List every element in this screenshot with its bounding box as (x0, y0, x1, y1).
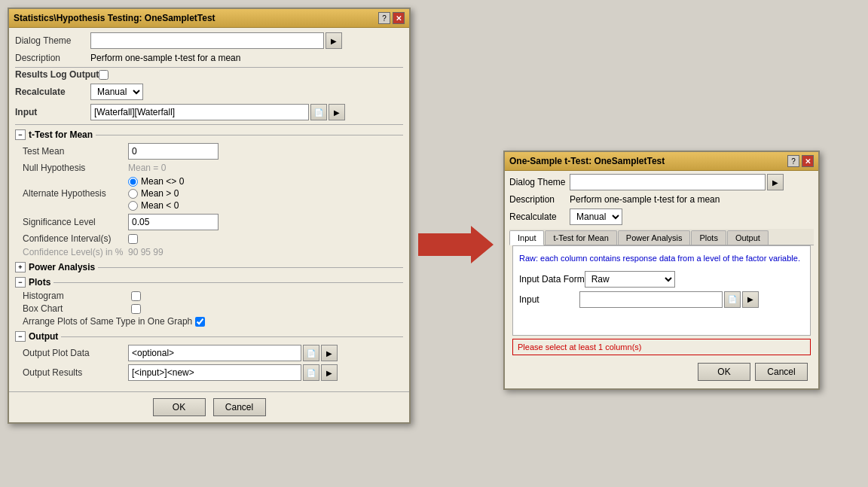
right-ok-button[interactable]: OK (698, 363, 750, 381)
plots-line (53, 282, 403, 283)
conf-interval-row: Confidence Interval(s) (23, 233, 403, 244)
t-test-toggle[interactable]: − (15, 129, 26, 140)
left-ok-button[interactable]: OK (153, 398, 206, 416)
arrange-plots-row: Arrange Plots of Same Type in One Graph (23, 316, 403, 327)
output-content: Output Plot Data 📄 ▶ Output Results 📄 ▶ (15, 345, 403, 381)
left-dialog-content: Dialog Theme ▶ Description Perform one-s… (9, 28, 409, 388)
recalculate-label: Recalculate (15, 87, 90, 97)
box-chart-checkbox[interactable] (131, 304, 141, 314)
alt-hypothesis-row: Alternate Hypothesis Mean <> 0 Mean > 0 … (23, 176, 403, 211)
right-dialog-content: Dialog Theme ▶ Description Perform one-s… (505, 171, 818, 388)
sig-level-label: Significance Level (23, 217, 128, 227)
alt-hyp-radio-2[interactable] (128, 189, 138, 199)
tab-power-analysis[interactable]: Power Analysis (618, 230, 691, 245)
dialog-theme-row: Dialog Theme ▶ (15, 32, 403, 49)
right-recalculate-select[interactable]: Manual Auto (570, 208, 622, 225)
output-results-input[interactable] (128, 364, 301, 381)
input-browse-btn[interactable]: 📄 (310, 104, 327, 120)
left-cancel-button[interactable]: Cancel (213, 398, 266, 416)
output-plot-label: Output Plot Data (23, 348, 128, 358)
output-plot-input[interactable] (128, 345, 301, 361)
null-hypothesis-value: Mean = 0 (128, 163, 166, 173)
plots-toggle[interactable]: − (15, 277, 26, 288)
description-label: Description (15, 53, 90, 63)
conf-interval-label: Confidence Interval(s) (23, 233, 128, 244)
conf-level-row: Confidence Level(s) in % 90 95 99 (23, 247, 403, 257)
input-data-form-select[interactable]: Raw Summarized (585, 271, 675, 288)
results-log-label: Results Log Output (15, 69, 99, 80)
right-recalculate-row: Recalculate Manual Auto (509, 208, 814, 225)
right-input-browse-btn[interactable]: 📄 (724, 291, 741, 308)
output-plot-browse-btn[interactable]: 📄 (303, 345, 319, 361)
right-dialog-title: One-Sample t-Test: OneSampletTest (509, 156, 665, 166)
right-theme-browse-btn[interactable]: ▶ (767, 174, 784, 190)
output-results-browse-btn[interactable]: 📄 (303, 364, 319, 381)
arrow-container (418, 226, 494, 263)
box-chart-label: Box Chart (23, 303, 128, 314)
output-toggle[interactable]: − (15, 331, 26, 342)
output-plot-row: Output Plot Data 📄 ▶ (23, 345, 403, 361)
conf-interval-checkbox[interactable] (128, 234, 138, 244)
dialog-theme-input[interactable] (90, 32, 324, 49)
output-section-header[interactable]: − Output (15, 331, 403, 342)
right-cancel-button[interactable]: Cancel (755, 363, 808, 381)
arrange-plots-label: Arrange Plots of Same Type in One Graph (23, 316, 192, 327)
left-close-button[interactable]: ✕ (393, 12, 405, 24)
right-title-bar: One-Sample t-Test: OneSampletTest ? ✕ (505, 152, 818, 171)
t-test-content: Test Mean Null Hypothesis Mean = 0 Alter… (15, 143, 403, 257)
alt-hyp-radio-3[interactable] (128, 201, 138, 211)
right-close-button[interactable]: ✕ (802, 155, 814, 167)
alt-hyp-opt2: Mean > 0 (128, 188, 184, 199)
sig-level-input[interactable] (128, 214, 219, 230)
right-dialog-theme-input[interactable] (570, 174, 766, 190)
right-description-label: Description (509, 194, 570, 205)
output-plot-group: 📄 ▶ (128, 345, 338, 361)
results-log-checkbox[interactable] (99, 70, 108, 80)
right-input-arrow-btn[interactable]: ▶ (742, 291, 759, 308)
input-row: Input 📄 ▶ (15, 104, 403, 120)
right-input-label: Input (519, 294, 579, 305)
power-analysis-line (98, 267, 403, 268)
alt-hyp-opt1: Mean <> 0 (128, 176, 184, 187)
alt-hyp-label-2: Mean > 0 (141, 188, 179, 199)
test-mean-row: Test Mean (23, 143, 403, 160)
plots-content: Histogram Box Chart Arrange Plots of Sam… (15, 291, 403, 327)
tab-input[interactable]: Input (509, 230, 544, 245)
output-plot-arrow-btn[interactable]: ▶ (321, 345, 338, 361)
left-title-bar: Statistics\Hypothesis Testing: OneSample… (9, 9, 409, 28)
output-results-arrow-btn[interactable]: ▶ (321, 364, 338, 381)
plots-section-header[interactable]: − Plots (15, 277, 403, 288)
power-analysis-section-header[interactable]: + Power Analysis (15, 262, 403, 272)
output-line (61, 336, 403, 337)
histogram-checkbox[interactable] (131, 291, 141, 301)
left-help-button[interactable]: ? (378, 12, 390, 24)
alt-hypothesis-label: Alternate Hypothesis (23, 188, 128, 199)
tab-content-area: Raw: each column contains response data … (512, 245, 811, 336)
tab-plots[interactable]: Plots (691, 230, 726, 245)
info-text: Raw: each column contains response data … (519, 252, 804, 265)
left-dialog-title: Statistics\Hypothesis Testing: OneSample… (14, 13, 215, 23)
t-test-section-label: t-Test for Mean (29, 129, 93, 140)
arrange-plots-checkbox[interactable] (195, 317, 205, 327)
t-test-section-header[interactable]: − t-Test for Mean (15, 129, 403, 140)
input-field[interactable] (90, 104, 309, 120)
alt-hyp-radio-1[interactable] (128, 177, 138, 187)
conf-level-value: 90 95 99 (128, 247, 164, 257)
right-dialog-footer: OK Cancel (509, 358, 814, 385)
right-help-button[interactable]: ? (787, 155, 799, 167)
tab-output[interactable]: Output (727, 230, 769, 245)
test-mean-input[interactable] (128, 143, 219, 160)
recalculate-row: Recalculate Manual Auto (15, 84, 403, 100)
input-arrow-btn[interactable]: ▶ (329, 104, 345, 120)
power-analysis-toggle[interactable]: + (15, 262, 26, 272)
tab-t-test-for-mean[interactable]: t-Test for Mean (545, 230, 616, 245)
recalculate-select[interactable]: Manual Auto (90, 84, 143, 100)
null-hypothesis-row: Null Hypothesis Mean = 0 (23, 163, 403, 173)
right-input-field[interactable] (579, 291, 723, 308)
alt-hypothesis-radios: Mean <> 0 Mean > 0 Mean < 0 (128, 176, 184, 211)
input-data-form-label: Input Data Form (519, 274, 585, 285)
alt-hyp-opt3: Mean < 0 (128, 200, 184, 211)
right-input-group: 📄 ▶ (579, 291, 759, 308)
error-message: Please select at least 1 column(s) (512, 339, 811, 355)
dialog-theme-browse-btn[interactable]: ▶ (326, 32, 342, 49)
